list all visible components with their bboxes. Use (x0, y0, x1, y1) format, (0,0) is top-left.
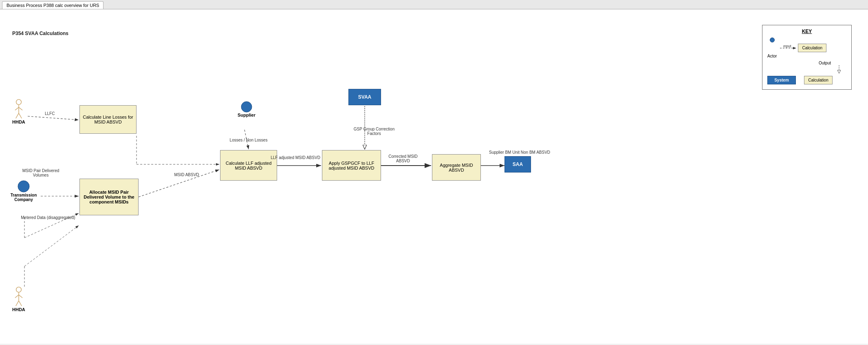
svg-marker-38 (837, 70, 841, 73)
actor-hhda-bottom-label: HHDA (12, 307, 25, 312)
calc-box-5: Aggregate MSID ABSVD (432, 154, 481, 181)
calc-box-3: Calculate LLF adjusted MSID ABSVD (220, 150, 277, 181)
svg-line-32 (19, 301, 22, 306)
actor-hhda-top-label: HHDA (12, 119, 25, 124)
arrow-label-losses: Losses / Non Losses (222, 138, 275, 142)
svg-point-26 (241, 102, 252, 112)
calc-box-4-label: Apply GSPGCF to LLF adjusted MSID ABSVD (324, 161, 379, 170)
actor-transmission-figure (17, 180, 30, 193)
arrow-label-msid-pair: MSID Pair Delivered Volumes (16, 168, 65, 177)
actor-hhda-bottom-figure (13, 287, 25, 307)
svg-text:input: input (783, 45, 791, 48)
arrow-label-gsp: GSP Group Correction Factors (350, 127, 399, 136)
svg-line-21 (15, 107, 19, 110)
arrow-label-supplier-bm: Supplier BM Unit Non BM ABSVD (483, 150, 556, 155)
key-output-label: Output (819, 61, 831, 65)
svg-line-29 (15, 295, 19, 298)
arrow-label-msid-absvd: MSID ABSVD (158, 172, 215, 177)
calc-box-4: Apply GSPGCF to LLF adjusted MSID ABSVD (322, 150, 381, 181)
svg-line-3 (28, 116, 79, 120)
actor-supplier: Supplier (238, 101, 256, 117)
key-actor-label: Actor (767, 54, 777, 58)
key-calc-box-1: Calculation (798, 44, 826, 52)
svg-line-31 (16, 301, 19, 306)
calc-box-3-label: Calculate LLF adjusted MSID ABSVD (223, 161, 275, 170)
calc-box-1: Calculate Line Losses for MSID ABSVD (79, 105, 137, 134)
calc-box-5-label: Aggregate MSID ABSVD (434, 163, 478, 172)
svg-line-30 (19, 295, 22, 298)
actor-supplier-figure (241, 101, 252, 113)
arrow-label-llf-adjusted: LLF adjusted MSID ABSVD (263, 155, 328, 160)
actor-supplier-label: Supplier (238, 113, 256, 117)
arrow-label-corrected: Corrected MSID ABSVD (385, 154, 421, 163)
calc-box-2: Allocate MSID Pair Delivered Volume to t… (79, 179, 139, 215)
arrow-label-metered: Metered Data (disaggregated) (15, 215, 81, 220)
key-system-box: System (767, 76, 796, 84)
actor-hhda-bottom: HHDA (12, 287, 25, 312)
key-actor-figure: Actor (767, 38, 777, 58)
canvas: P354 SVAA Calculations (0, 9, 868, 344)
main-tab[interactable]: Business Process P388 calc overview for … (2, 1, 104, 9)
key-calc-box-2: Calculation (804, 76, 833, 84)
calc-box-1-label: Calculate Line Losses for MSID ABSVD (82, 115, 134, 124)
actor-hhda-top: HHDA (12, 99, 25, 124)
svg-line-23 (16, 113, 19, 119)
system-box-saa-label: SAA (513, 161, 523, 167)
system-box-svaa-label: SVAA (358, 94, 371, 100)
key-title: KEY (767, 29, 846, 34)
svg-point-25 (18, 181, 29, 192)
diagram-title: P354 SVAA Calculations (12, 31, 68, 36)
svg-line-24 (19, 113, 22, 119)
svg-point-27 (16, 287, 22, 292)
calc-box-2-label: Allocate MSID Pair Delivered Volume to t… (82, 190, 136, 204)
tab-bar: Business Process P388 calc overview for … (0, 0, 868, 9)
svg-line-22 (19, 107, 22, 110)
actor-transmission-company: TransmissionCompany (7, 180, 40, 202)
svg-marker-35 (793, 47, 796, 49)
svg-line-16 (24, 226, 79, 266)
actor-transmission-label: TransmissionCompany (7, 193, 40, 202)
svg-point-19 (16, 100, 22, 105)
system-box-saa: SAA (504, 156, 531, 172)
system-box-svaa: SVAA (348, 89, 381, 105)
svg-point-33 (770, 38, 774, 42)
arrow-label-llfc: LLFC (45, 111, 55, 116)
actor-hhda-top-figure (13, 99, 25, 119)
key-box: KEY Actor input Calculation Output (762, 25, 852, 90)
